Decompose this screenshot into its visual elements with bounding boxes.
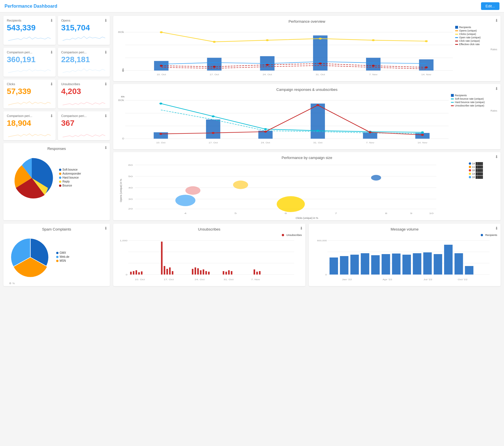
svg-text:0: 0	[325, 273, 327, 276]
responses-legend: Soft bounce Autoresponder Hard bounce Re…	[59, 168, 81, 188]
unsubscribes-card: ⬇ Unsubscribes 4,203	[58, 79, 110, 108]
svg-rect-111	[231, 271, 232, 275]
svg-point-52	[369, 131, 371, 133]
recipients-download-icon[interactable]: ⬇	[50, 18, 53, 23]
responses-title: Responses	[7, 146, 106, 151]
msn-label: MSN	[60, 259, 66, 262]
scatter-label-2: 11 ████	[472, 166, 483, 168]
svg-rect-136	[434, 254, 442, 275]
perf-overview-download-icon[interactable]: ⬇	[495, 18, 498, 23]
scatter-label-5: 10 ████	[472, 176, 483, 179]
legend-soft-bounce-rate: Soft bounce rate (unique)	[451, 97, 497, 100]
msg-vol-legend: Recipients	[312, 234, 497, 236]
svg-rect-133	[402, 255, 411, 275]
legend-eff-click-rate: Effective click rate	[455, 43, 497, 46]
responses-download-icon[interactable]: ⬇	[104, 145, 108, 150]
svg-rect-93	[136, 270, 137, 275]
comp-unsubscribes-download-icon[interactable]: ⬇	[104, 114, 108, 118]
svg-rect-112	[254, 269, 255, 275]
comp-recipients-download-icon[interactable]: ⬇	[50, 50, 53, 55]
clicks-card: ⬇ Clicks 57,339	[3, 79, 56, 108]
svg-rect-95	[141, 271, 142, 275]
opens-legend-label: Opens (unique)	[459, 29, 477, 32]
unsubscribes-label: Unsubscribes	[61, 82, 107, 86]
campaign-legend: Recipients Soft bounce rate (unique) Har…	[449, 94, 497, 145]
svg-rect-129	[361, 253, 369, 275]
eff-click-rate-legend-label: Effective click rate	[459, 43, 480, 46]
svg-text:7. Nov: 7. Nov	[369, 74, 378, 76]
svg-text:9: 9	[410, 212, 412, 214]
svg-rect-110	[228, 270, 230, 275]
performance-overview-chart: ⬇ Performance overview 80k 80k 0	[113, 16, 501, 81]
unsub-svg: 1,000 0	[117, 238, 302, 283]
perf-by-size-chart: ⬇ Performance by campaign size Opens (un…	[113, 152, 501, 220]
legend-camp-recipients: Recipients	[451, 94, 497, 97]
msg-vol-svg: 600,000 0 Jan '22 Apr '22 Jul '22 Oct	[312, 238, 497, 283]
comp-recipients-sparkline	[7, 65, 52, 74]
svg-point-47	[421, 131, 424, 133]
svg-point-53	[421, 134, 424, 136]
svg-text:1,000: 1,000	[120, 239, 127, 242]
msg-vol-download-icon[interactable]: ⬇	[495, 226, 498, 231]
legend-webde: Web.de	[56, 255, 69, 258]
clicks-sparkline	[7, 97, 52, 106]
legend-recipients: Recipients	[455, 26, 497, 29]
svg-point-50	[264, 131, 267, 133]
svg-text:Jul '22: Jul '22	[423, 278, 432, 280]
svg-text:50: 50	[128, 175, 133, 177]
spam-download-icon[interactable]: ⬇	[104, 226, 108, 231]
svg-rect-113	[256, 272, 258, 275]
comp-unsubscribes-label: Comparison peri...	[61, 114, 107, 118]
svg-point-14	[266, 39, 269, 41]
unsub-rate-label: Unsubscribe rate (unique)	[455, 104, 484, 107]
gmx-dot	[56, 252, 58, 254]
svg-text:24. Oct: 24. Oct	[261, 142, 270, 144]
spam-note: %	[12, 282, 15, 285]
svg-text:17. Oct: 17. Oct	[164, 278, 174, 280]
comp-opens-download-icon[interactable]: ⬇	[104, 50, 108, 55]
svg-text:24. Oct: 24. Oct	[263, 74, 272, 76]
svg-point-15	[319, 38, 322, 40]
hard-bounce-dot	[59, 177, 61, 179]
campaign-download-icon[interactable]: ⬇	[495, 86, 498, 91]
svg-text:0: 0	[126, 273, 127, 276]
svg-point-49	[212, 132, 215, 134]
svg-rect-126	[329, 257, 338, 275]
perf-size-y-label: Opens (unique) in %	[117, 162, 125, 219]
opens-download-icon[interactable]: ⬇	[104, 18, 108, 23]
svg-point-79	[233, 181, 248, 189]
svg-text:14. Nov: 14. Nov	[421, 74, 432, 76]
open-rate-legend-icon	[455, 37, 458, 38]
unsubscribes-download-icon[interactable]: ⬇	[104, 82, 108, 86]
settings-icon[interactable]: ⚙	[9, 282, 11, 285]
unsubscribes-value: 4,203	[61, 87, 107, 96]
svg-text:Apr '22: Apr '22	[383, 278, 392, 280]
comp-opens-value: 228,181	[61, 55, 107, 64]
y-axis-label: Opens (unique) in %	[119, 179, 122, 202]
open-rate-legend-label: Open rate (unique)	[459, 36, 481, 39]
svg-rect-138	[454, 253, 463, 275]
scatter-dot-1	[469, 162, 471, 165]
svg-text:24. Oct: 24. Oct	[195, 278, 205, 280]
recipients-legend-icon	[455, 26, 458, 29]
svg-point-16	[372, 39, 375, 41]
svg-text:40: 40	[128, 187, 133, 189]
right-panel: ⬇ Performance overview 80k 80k 0	[113, 16, 501, 220]
unsub-chart-download-icon[interactable]: ⬇	[300, 226, 303, 231]
legend-reply: Reply	[59, 180, 81, 183]
perf-size-download-icon[interactable]: ⬇	[495, 154, 498, 159]
recipients-legend-label: Recipients	[459, 26, 471, 29]
edit-button[interactable]: Edit...	[481, 2, 499, 10]
legend-autoresponder: Autoresponder	[59, 172, 81, 175]
spam-title: Spam Complaints	[7, 227, 106, 231]
svg-text:600,000: 600,000	[317, 239, 327, 242]
legend-hard-bounce: Hard bounce	[59, 176, 81, 179]
clicks-download-icon[interactable]: ⬇	[50, 82, 53, 86]
scatter-svg: 60 50 40 30 20 4 5 6 7 8 9 10	[125, 162, 467, 216]
spam-complaints-chart: ⬇ Spam Complaints GMX	[3, 224, 110, 286]
msg-vol-legend-label: Recipients	[485, 234, 497, 236]
perf-overview-svg: 80k 0	[125, 26, 453, 77]
bottom-row: ⬇ Spam Complaints GMX	[0, 224, 504, 290]
comp-clicks-download-icon[interactable]: ⬇	[50, 114, 53, 118]
recipients-opens-group: ⬇ Recipients 543,339 ⬇ Opens 315,704	[3, 16, 110, 45]
